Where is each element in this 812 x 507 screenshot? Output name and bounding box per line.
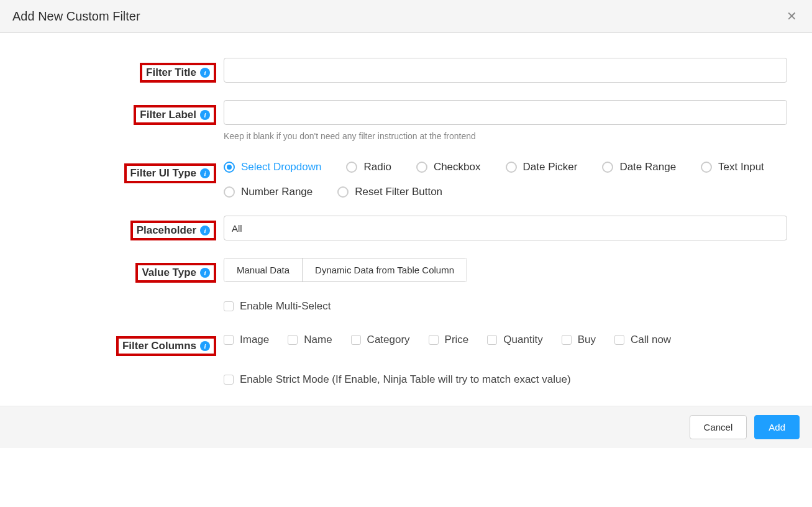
checkbox-icon — [487, 335, 497, 345]
filter-column-price[interactable]: Price — [429, 334, 469, 346]
radio-icon — [506, 162, 517, 173]
info-icon[interactable]: i — [200, 268, 210, 278]
checkbox-icon — [224, 301, 234, 311]
ui-type-date-picker[interactable]: Date Picker — [506, 161, 578, 173]
filter-column-image[interactable]: Image — [224, 334, 269, 346]
checkbox-icon — [351, 335, 361, 345]
enable-strict-mode-checkbox[interactable]: Enable Strict Mode (If Enable, Ninja Tab… — [224, 373, 571, 386]
radio-icon — [224, 162, 235, 173]
filter-label-label: Filter Label i — [134, 105, 216, 125]
radio-icon — [701, 162, 712, 173]
placeholder-input[interactable] — [224, 216, 787, 240]
ui-type-reset-filter[interactable]: Reset Filter Button — [337, 186, 442, 198]
filter-label-help: Keep it blank if you don't need any filt… — [224, 131, 787, 141]
filter-column-call-now[interactable]: Call now — [614, 334, 671, 346]
filter-title-input[interactable] — [224, 58, 787, 83]
filter-column-buy[interactable]: Buy — [562, 334, 596, 346]
radio-icon — [416, 162, 427, 173]
enable-multi-select-checkbox[interactable]: Enable Multi-Select — [224, 300, 331, 313]
radio-icon — [337, 186, 349, 198]
checkbox-icon — [288, 335, 298, 345]
ui-type-checkbox[interactable]: Checkbox — [416, 161, 481, 173]
ui-type-date-range[interactable]: Date Range — [602, 161, 676, 173]
value-type-manual[interactable]: Manual Data — [224, 258, 302, 281]
info-icon[interactable]: i — [200, 68, 210, 78]
filter-column-category[interactable]: Category — [351, 334, 410, 346]
ui-type-text-input[interactable]: Text Input — [701, 161, 764, 173]
close-button[interactable]: ✕ — [784, 9, 800, 24]
modal-body: Filter Title i Filter Label i Keep it bl… — [0, 33, 812, 406]
info-icon[interactable]: i — [200, 168, 210, 178]
checkbox-icon — [224, 375, 234, 385]
ui-type-number-range[interactable]: Number Range — [224, 186, 312, 198]
value-type-button-group: Manual Data Dynamic Data from Table Colu… — [224, 258, 467, 282]
checkbox-icon — [224, 335, 234, 345]
filter-column-quantity[interactable]: Quantity — [487, 334, 542, 346]
cancel-button[interactable]: Cancel — [690, 415, 747, 439]
checkbox-icon — [614, 335, 624, 345]
ui-type-select-dropdown[interactable]: Select Dropdown — [224, 161, 321, 173]
filter-label-input[interactable] — [224, 100, 787, 125]
filter-title-label: Filter Title i — [140, 63, 216, 83]
filter-ui-type-label: Filter UI Type i — [124, 163, 216, 183]
filter-columns-group: Image Name Category Price Quantity — [224, 331, 787, 346]
checkbox-icon — [429, 335, 439, 345]
add-button[interactable]: Add — [754, 415, 800, 439]
ui-type-radio-group: Select Dropdown Radio Checkbox Date Pick… — [224, 158, 787, 198]
radio-icon — [602, 162, 613, 173]
info-icon[interactable]: i — [200, 226, 210, 235]
ui-type-radio[interactable]: Radio — [346, 161, 391, 173]
filter-columns-label: Filter Columns i — [116, 336, 216, 356]
info-icon[interactable]: i — [200, 341, 210, 351]
value-type-dynamic[interactable]: Dynamic Data from Table Column — [302, 258, 467, 281]
radio-icon — [224, 186, 235, 198]
info-icon[interactable]: i — [200, 110, 210, 120]
checkbox-icon — [562, 335, 572, 345]
filter-column-name[interactable]: Name — [288, 334, 332, 346]
radio-icon — [346, 162, 357, 173]
close-icon: ✕ — [787, 9, 797, 23]
modal-title: Add New Custom Filter — [12, 9, 140, 24]
modal-footer: Cancel Add — [0, 406, 812, 448]
modal-header: Add New Custom Filter ✕ — [0, 0, 812, 33]
value-type-label: Value Type i — [135, 263, 216, 283]
placeholder-label: Placeholder i — [130, 221, 216, 240]
